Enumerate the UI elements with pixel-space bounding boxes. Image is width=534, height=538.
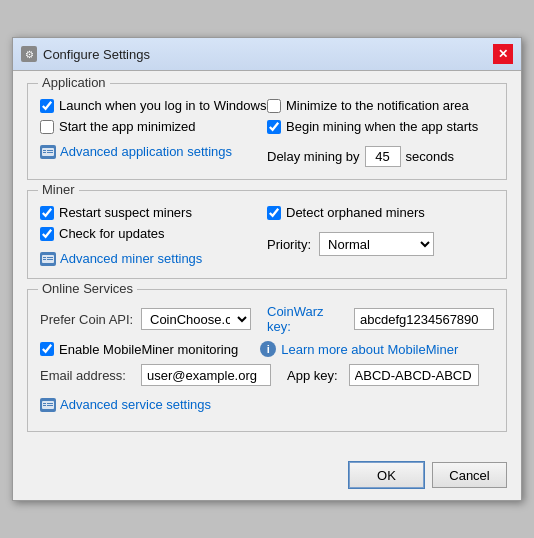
check-updates-text: Check for updates [59, 226, 165, 241]
advanced-app-link-text: Advanced application settings [60, 144, 232, 159]
restart-label[interactable]: Restart suspect miners [40, 205, 192, 220]
delay-input[interactable]: 45 [365, 146, 401, 167]
coin-api-select[interactable]: CoinChoose.com CoinWarz None [141, 308, 251, 330]
learn-more-link[interactable]: Learn more about MobileMiner [281, 342, 458, 357]
launch-checkbox-label[interactable]: Launch when you log in to Windows [40, 98, 266, 113]
enable-monitoring-row: Enable MobileMiner monitoring i Learn mo… [40, 341, 494, 357]
coinwarz-key-label[interactable]: CoinWarz key: [267, 304, 324, 334]
svg-rect-1 [43, 150, 46, 151]
svg-rect-14 [47, 405, 53, 406]
start-minimized-text: Start the app minimized [59, 119, 196, 134]
svg-rect-8 [43, 259, 46, 260]
application-col-right: Minimize to the notification area Begin … [267, 98, 494, 167]
advanced-service-link[interactable]: Advanced service settings [40, 397, 211, 412]
info-icon: i [260, 341, 276, 357]
launch-row: Launch when you log in to Windows [40, 98, 267, 113]
miner-section-content: Restart suspect miners Check for updates [40, 205, 494, 266]
svg-rect-2 [47, 150, 53, 151]
advanced-service-link-row: Advanced service settings [40, 393, 494, 412]
bottom-buttons: OK Cancel [13, 454, 521, 500]
detect-orphaned-label[interactable]: Detect orphaned miners [267, 205, 425, 220]
advanced-service-link-text: Advanced service settings [60, 397, 211, 412]
advanced-service-link-icon [40, 398, 56, 412]
email-label: Email address: [40, 368, 135, 383]
restart-checkbox[interactable] [40, 206, 54, 220]
begin-mining-text: Begin mining when the app starts [286, 119, 478, 134]
svg-rect-6 [43, 257, 46, 258]
application-section-content: Launch when you log in to Windows Start … [40, 98, 494, 167]
svg-rect-7 [47, 257, 53, 258]
detect-orphaned-text: Detect orphaned miners [286, 205, 425, 220]
svg-rect-3 [43, 152, 46, 153]
miner-col-left: Restart suspect miners Check for updates [40, 205, 267, 266]
svg-rect-9 [47, 259, 53, 260]
minimize-notification-row: Minimize to the notification area [267, 98, 494, 113]
restart-text: Restart suspect miners [59, 205, 192, 220]
advanced-miner-link-text: Advanced miner settings [60, 251, 202, 266]
svg-rect-11 [43, 403, 46, 404]
main-content: Application Launch when you log in to Wi… [13, 71, 521, 454]
ok-button[interactable]: OK [349, 462, 424, 488]
check-updates-row: Check for updates [40, 226, 267, 241]
start-minimized-checkbox[interactable] [40, 120, 54, 134]
begin-mining-checkbox[interactable] [267, 120, 281, 134]
advanced-miner-link[interactable]: Advanced miner settings [40, 251, 202, 266]
begin-mining-row: Begin mining when the app starts [267, 119, 494, 134]
window-title: Configure Settings [43, 47, 150, 62]
check-updates-label[interactable]: Check for updates [40, 226, 165, 241]
launch-label: Launch when you log in to Windows [59, 98, 266, 113]
online-services-content: Prefer Coin API: CoinChoose.com CoinWarz… [40, 304, 494, 412]
priority-row: Priority: Low Below Normal Normal Above … [267, 232, 494, 256]
online-services-section: Online Services Prefer Coin API: CoinCho… [27, 289, 507, 432]
app-key-label: App key: [287, 368, 338, 383]
email-app-key-row: Email address: App key: [40, 364, 494, 386]
restart-row: Restart suspect miners [40, 205, 267, 220]
close-button[interactable]: ✕ [493, 44, 513, 64]
advanced-app-link-row: Advanced application settings [40, 140, 267, 159]
detect-orphaned-checkbox[interactable] [267, 206, 281, 220]
svg-rect-12 [47, 403, 53, 404]
coin-api-row: Prefer Coin API: CoinChoose.com CoinWarz… [40, 304, 494, 334]
launch-checkbox[interactable] [40, 99, 54, 113]
svg-rect-13 [43, 405, 46, 406]
check-updates-checkbox[interactable] [40, 227, 54, 241]
title-bar: ⚙ Configure Settings ✕ [13, 38, 521, 71]
cancel-button[interactable]: Cancel [432, 462, 507, 488]
advanced-app-link-icon [40, 145, 56, 159]
minimize-notification-label[interactable]: Minimize to the notification area [267, 98, 469, 113]
miner-section: Miner Restart suspect miners [27, 190, 507, 279]
priority-select[interactable]: Low Below Normal Normal Above Normal Hig… [319, 232, 434, 256]
delay-unit: seconds [406, 149, 454, 164]
coinwarz-key-input[interactable] [354, 308, 494, 330]
start-minimized-label[interactable]: Start the app minimized [40, 119, 196, 134]
advanced-application-link[interactable]: Advanced application settings [40, 144, 232, 159]
minimize-notification-checkbox[interactable] [267, 99, 281, 113]
prefer-coin-label: Prefer Coin API: [40, 312, 135, 327]
configure-settings-window: ⚙ Configure Settings ✕ Application Launc… [12, 37, 522, 501]
miner-section-title: Miner [38, 182, 79, 197]
enable-monitoring-label[interactable]: Enable MobileMiner monitoring [40, 342, 238, 357]
window-icon: ⚙ [21, 46, 37, 62]
email-input[interactable] [141, 364, 271, 386]
miner-two-col: Restart suspect miners Check for updates [40, 205, 494, 266]
enable-monitoring-text: Enable MobileMiner monitoring [59, 342, 238, 357]
svg-rect-4 [47, 152, 53, 153]
delay-label: Delay mining by [267, 149, 360, 164]
app-key-input[interactable] [349, 364, 479, 386]
miner-col-right: Detect orphaned miners Priority: Low Bel… [267, 205, 494, 266]
application-section: Application Launch when you log in to Wi… [27, 83, 507, 180]
application-two-col: Launch when you log in to Windows Start … [40, 98, 494, 167]
minimize-notification-text: Minimize to the notification area [286, 98, 469, 113]
enable-monitoring-checkbox[interactable] [40, 342, 54, 356]
application-section-title: Application [38, 75, 110, 90]
online-services-title: Online Services [38, 281, 137, 296]
detect-orphaned-row: Detect orphaned miners [267, 205, 494, 220]
application-col-left: Launch when you log in to Windows Start … [40, 98, 267, 167]
priority-label: Priority: [267, 237, 311, 252]
advanced-miner-link-row: Advanced miner settings [40, 247, 267, 266]
begin-mining-label[interactable]: Begin mining when the app starts [267, 119, 478, 134]
start-minimized-row: Start the app minimized [40, 119, 267, 134]
advanced-miner-link-icon [40, 252, 56, 266]
delay-row: Delay mining by 45 seconds [267, 146, 494, 167]
title-bar-left: ⚙ Configure Settings [21, 46, 150, 62]
